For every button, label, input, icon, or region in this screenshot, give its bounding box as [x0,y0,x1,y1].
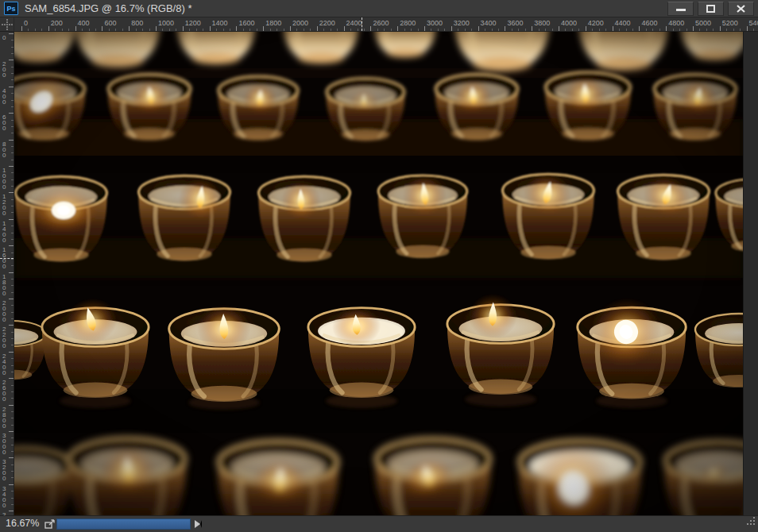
ruler-label: 3200 [454,19,470,27]
ruler-label: 5400 [749,19,758,27]
ruler-label: 400 [78,19,90,27]
status-progress-bar [56,519,191,530]
status-bar: 16.67% [0,515,758,532]
status-menu-arrow[interactable] [195,520,202,528]
ruler-label: 200 [51,19,63,27]
ruler-label: 1800 [265,19,281,27]
ruler-label: 5200 [722,19,738,27]
vertical-scrollbar-track[interactable] [743,32,758,515]
ruler-label: 3400 [481,19,497,27]
ruler-label: 600 [104,19,116,27]
share-icon[interactable] [44,519,56,532]
ruler-label: 1600 [238,19,254,27]
ruler-label: 6 0 0 [2,114,6,131]
ruler-origin-icon [0,21,14,34]
ruler-label: 2800 [400,19,416,27]
ruler-label: 1400 [212,19,228,27]
document-title: SAM_6854.JPG @ 16.7% (RGB/8) * [25,2,191,14]
vertical-ruler[interactable]: 02 0 04 0 06 0 08 0 01 0 0 01 2 0 01 4 0… [0,32,14,515]
ruler-label: 3800 [534,19,550,27]
ruler-label: 3000 [427,19,443,27]
cursor-position-indicator [362,17,362,31]
ruler-label: 3 4 0 0 [2,486,6,508]
ruler-label: 2 0 0 [2,61,6,78]
ruler-label: 5000 [695,19,711,27]
ruler-label: 2 8 0 0 [2,407,6,429]
ruler-label: 2200 [319,19,335,27]
close-icon [737,5,745,13]
ruler-label: 2 4 0 0 [2,353,6,376]
title-bar[interactable]: Ps SAM_6854.JPG @ 16.7% (RGB/8) * [0,0,758,17]
ruler-label: 2000 [292,19,308,27]
ruler-label: 1 0 0 0 [2,168,6,190]
ruler-label: 4000 [561,19,577,27]
ruler-label: 2 6 0 0 [2,380,6,402]
minimize-button[interactable] [667,2,694,16]
ruler-label: 800 [131,19,143,27]
horizontal-ruler[interactable]: 0200400600800100012001400160018002000220… [0,17,758,32]
ruler-label: 4800 [668,19,684,27]
ruler-label: 2600 [373,19,389,27]
ruler-label: 1 4 0 0 [2,221,6,243]
ruler-label: 2400 [346,19,362,27]
ruler-label: 3600 [507,19,523,27]
ruler-label: 0 [2,35,6,40]
window-controls [667,2,758,16]
ruler-label: 2 0 0 0 [2,300,6,322]
ruler-origin-corner[interactable] [0,17,14,32]
maximize-icon [706,5,715,13]
photo-candles [14,32,743,515]
photoshop-app-icon: Ps [4,2,18,15]
ruler-label: 1 2 0 0 [2,194,6,216]
cursor-position-indicator [0,258,14,259]
close-button[interactable] [728,2,754,16]
ruler-label: 4600 [641,19,657,27]
ruler-label: 3 0 0 0 [2,433,6,455]
zoom-level-field[interactable]: 16.67% [6,518,39,529]
ruler-label: 3 2 0 0 [2,459,6,481]
ruler-label: 0 [24,19,28,27]
ruler-label: 2 2 0 0 [2,326,6,349]
ruler-label: 4400 [615,19,631,27]
window-resize-grip[interactable] [745,515,756,530]
ruler-label: 1 8 0 0 [2,274,6,296]
ruler-label: 1000 [158,19,174,27]
document-canvas[interactable] [14,32,743,515]
ruler-label: 1200 [185,19,201,27]
maximize-button[interactable] [698,2,724,16]
photoshop-document-window: Ps SAM_6854.JPG @ 16.7% (RGB/8) * 020040… [0,0,758,532]
ruler-label: 4 0 0 [2,88,6,105]
ruler-label: 4200 [588,19,604,27]
ruler-label: 8 0 0 [2,141,6,158]
minimize-icon [676,6,686,12]
